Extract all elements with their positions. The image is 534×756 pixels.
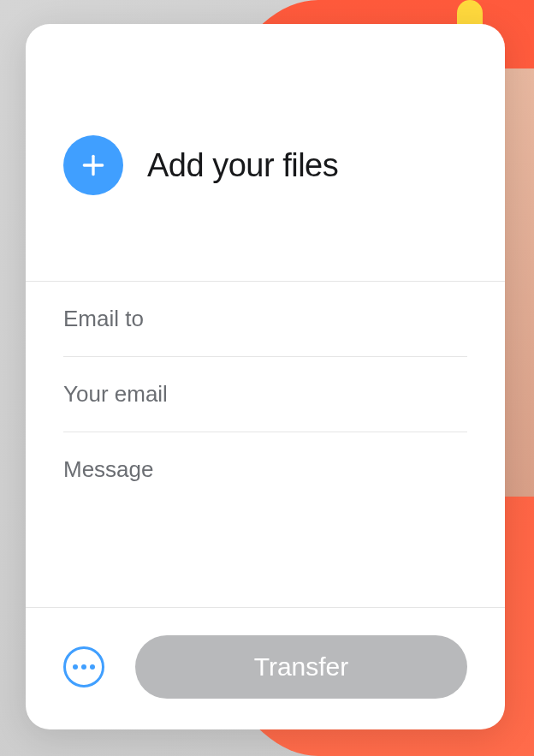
upload-title: Add your files [147,147,338,184]
more-icon [73,664,95,670]
your-email-group [63,357,467,432]
your-email-input[interactable] [63,381,467,408]
options-button[interactable] [63,646,104,688]
transfer-button[interactable]: Transfer [135,635,467,699]
message-group [63,432,467,569]
message-input[interactable] [63,456,467,542]
upload-section: Add your files [26,24,505,282]
transfer-card: Add your files Transfer [26,24,505,729]
add-files-button[interactable] [63,135,123,195]
email-to-group [63,282,467,357]
footer-section: Transfer [26,607,505,729]
form-section [26,282,505,607]
plus-icon [80,152,107,179]
email-to-input[interactable] [63,306,467,332]
